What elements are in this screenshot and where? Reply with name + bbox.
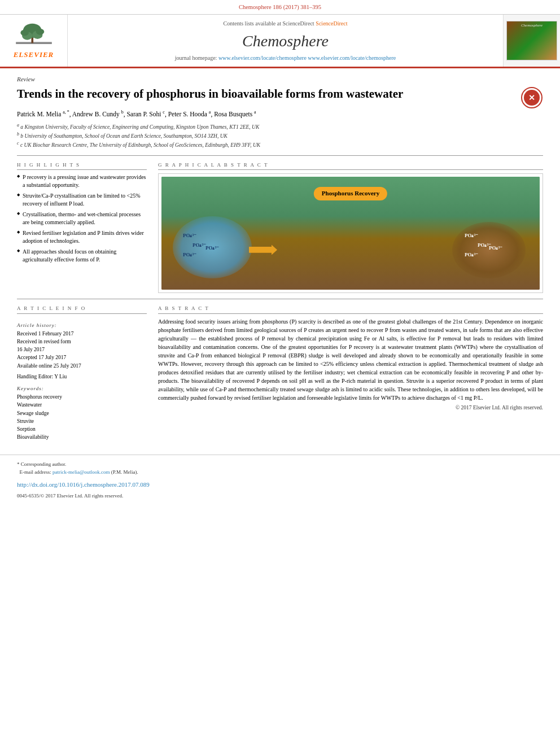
journal-name: Chemosphere: [73, 30, 497, 52]
article-history: Article history: Received 1 February 201…: [17, 322, 147, 381]
svg-text:✕: ✕: [528, 94, 535, 102]
elsevier-logo: ELSEVIER: [11, 21, 56, 60]
affiliations: a a Kingston University, Faculty of Scie…: [17, 122, 543, 150]
ga-diagram: Phosphorus Recovery PO₄³⁻ PO₄³⁻ PO₄³⁻ PO…: [161, 177, 540, 290]
abstract-label: A B S T R A C T: [158, 305, 543, 314]
authors: Patrick M. Melia a, *, Andrew B. Cundy b…: [17, 109, 543, 119]
abstract-text: Addressing food security issues arising …: [158, 317, 543, 402]
issn-text: 0045-6535/© 2017 Elsevier Ltd. All right…: [17, 492, 543, 500]
keyword-4: Struvite: [17, 418, 147, 425]
journal-title-area: Contents lists available at ScienceDirec…: [68, 15, 504, 67]
doi-section: http://dx.doi.org/10.1016/j.chemosphere.…: [17, 480, 543, 489]
ga-water-circle: PO₄³⁻ PO₄³⁻ PO₄³⁻ PO₄³⁻: [173, 216, 252, 278]
affiliation-c: c c UK Biochar Research Centre, The Univ…: [17, 140, 543, 149]
article-info-label: A R T I C L E I N F O: [17, 305, 147, 314]
cover-image-area: Chemosphere: [504, 15, 560, 67]
publisher-logo-area: ELSEVIER: [0, 15, 68, 67]
sciencedirect-link[interactable]: ScienceDirect: [316, 20, 347, 27]
received-date: Received 1 February 2017: [17, 330, 147, 338]
doi-link[interactable]: http://dx.doi.org/10.1016/j.chemosphere.…: [17, 481, 150, 488]
divider-2: [17, 299, 543, 299]
highlight-item-2: Struvite/Ca-P crystallisation can be lim…: [17, 192, 147, 207]
sciencedirect-text: Contents lists available at ScienceDirec…: [73, 19, 497, 28]
journal-issue-text: Chemosphere 186 (2017) 381–395: [239, 4, 321, 10]
keyword-3: Sewage sludge: [17, 410, 147, 417]
affiliation-a: a a Kingston University, Faculty of Scie…: [17, 122, 543, 131]
keyword-2: Wastewater: [17, 401, 147, 409]
svg-point-6: [36, 29, 44, 35]
main-content: Review Trends in the recovery of phospho…: [0, 68, 560, 448]
keyword-1: Phosphorus recovery: [17, 394, 147, 401]
journal-issue-bar: Chemosphere 186 (2017) 381–395: [0, 0, 560, 15]
highlight-item-1: P recovery is a pressing issue and waste…: [17, 173, 147, 189]
article-title: Trends in the recovery of phosphorus in …: [17, 86, 403, 102]
phosphorus-recovery-label: Phosphorus Recovery: [314, 187, 387, 200]
graphical-abstract-column: G R A P H I C A L A B S T R A C T Phosph…: [158, 161, 543, 294]
email-footnote: E-mail address: patrick-melia@outlook.co…: [17, 469, 543, 476]
copyright-text: © 2017 Elsevier Ltd. All rights reserved…: [158, 404, 543, 412]
elsevier-wordmark: ELSEVIER: [14, 50, 54, 60]
email-link[interactable]: patrick-melia@outlook.com: [53, 469, 110, 475]
corresponding-note: * Corresponding author.: [17, 461, 543, 468]
crossmark-icon: ✕: [520, 86, 543, 109]
abstract-column: A B S T R A C T Addressing food security…: [158, 305, 543, 442]
history-label: Article history:: [17, 322, 147, 329]
journal-cover-image: Chemosphere: [506, 21, 557, 60]
graphical-abstract-image: Phosphorus Recovery PO₄³⁻ PO₄³⁻ PO₄³⁻ PO…: [158, 173, 543, 293]
affiliation-b: b b University of Southampton, School of…: [17, 131, 543, 140]
available-date: Available online 25 July 2017: [17, 362, 147, 370]
footer-section: * Corresponding author. E-mail address: …: [0, 455, 560, 505]
keyword-6: Bioavailability: [17, 434, 147, 441]
highlights-graphical-row: H I G H L I G H T S P recovery is a pres…: [17, 161, 543, 294]
journal-url[interactable]: www.elsevier.com/locate/chemosphere: [218, 55, 307, 61]
article-info-column: A R T I C L E I N F O Article history: R…: [17, 305, 147, 442]
elsevier-tree-icon: [11, 21, 56, 50]
journal-header: ELSEVIER Contents lists available at Sci…: [0, 15, 560, 69]
svg-point-5: [20, 29, 29, 36]
accepted-date: Accepted 17 July 2017: [17, 354, 147, 361]
revised-label: Received in revised form: [17, 338, 147, 346]
highlight-item-4: Revised fertiliser legislation and P lim…: [17, 229, 147, 244]
info-abstract-row: A R T I C L E I N F O Article history: R…: [17, 305, 543, 442]
title-crossmark-row: Trends in the recovery of phosphorus in …: [17, 86, 543, 109]
handling-editor: Handling Editor: Y Liu: [17, 373, 147, 381]
revised-date: 16 July 2017: [17, 346, 147, 353]
keyword-5: Sorption: [17, 426, 147, 433]
keywords-label: Keywords:: [17, 385, 147, 392]
svg-rect-0: [16, 42, 52, 44]
highlights-label: H I G H L I G H T S: [17, 161, 147, 171]
highlights-column: H I G H L I G H T S P recovery is a pres…: [17, 161, 147, 294]
ga-soil-circle: PO₄³⁻ PO₄³⁻ PO₄³⁻ PO₄³⁻: [452, 222, 526, 278]
divider-1: [17, 155, 543, 156]
article-type: Review: [17, 75, 543, 84]
keywords-section: Keywords: Phosphorus recovery Wastewater…: [17, 385, 147, 441]
highlight-item-5: All approaches should focus on obtaining…: [17, 248, 147, 263]
highlight-item-3: Crystallisation, thermo- and wet-chemica…: [17, 211, 147, 226]
graphical-abstract-label: G R A P H I C A L A B S T R A C T: [158, 161, 543, 171]
highlights-list: P recovery is a pressing issue and waste…: [17, 173, 147, 263]
